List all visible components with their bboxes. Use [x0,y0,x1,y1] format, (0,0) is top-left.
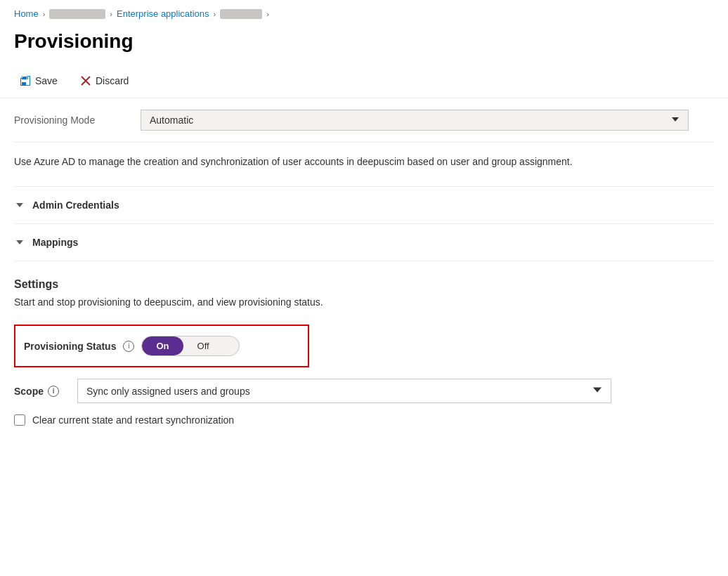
provisioning-mode-value: Automatic [150,114,193,126]
page-header: Provisioning [0,25,728,64]
restart-sync-label: Clear current state and restart synchron… [32,414,234,426]
provisioning-status-toggle[interactable]: On Off [141,336,240,356]
save-button[interactable]: Save [14,72,63,89]
provisioning-mode-label: Provisioning Mode [14,114,126,126]
admin-credentials-header[interactable]: Admin Credentials [14,187,714,223]
breadcrumb: Home › › Enterprise applications › › [0,0,728,25]
scope-row: Scope i Sync only assigned users and gro… [14,379,714,403]
scope-dropdown[interactable]: Sync only assigned users and groups [77,379,611,403]
breadcrumb-home[interactable]: Home [14,8,39,19]
provisioning-mode-chevron [671,114,680,126]
breadcrumb-sep-4: › [266,10,269,18]
provisioning-description: Use Azure AD to manage the creation and … [14,143,714,187]
content-area: Provisioning Mode Automatic Use Azure AD… [0,98,728,437]
page-title: Provisioning [14,30,714,53]
breadcrumb-sep-1: › [43,10,46,18]
scope-label: Scope i [14,386,70,397]
breadcrumb-sep-3: › [214,10,216,18]
settings-description: Start and stop provisioning to deepuscim… [14,296,714,308]
mappings-chevron-icon [14,237,25,248]
save-icon [20,75,31,86]
mappings-section: Mappings [14,224,714,261]
scope-info-icon[interactable]: i [48,386,59,397]
save-label: Save [35,75,58,86]
mappings-label: Mappings [32,237,78,248]
admin-credentials-chevron-icon [14,199,25,211]
provisioning-status-label: Provisioning Status [24,341,116,352]
discard-button[interactable]: Discard [74,72,134,89]
breadcrumb-enterprise-apps[interactable]: Enterprise applications [117,8,209,19]
provisioning-status-row: Provisioning Status i On Off [14,325,309,367]
provisioning-status-info-icon[interactable]: i [123,341,134,352]
provisioning-mode-dropdown[interactable]: Automatic [141,110,689,131]
toggle-on-label: On [142,336,183,355]
admin-credentials-label: Admin Credentials [32,199,119,211]
breadcrumb-item-2 [220,9,262,19]
restart-sync-checkbox[interactable] [14,414,25,426]
admin-credentials-section: Admin Credentials [14,187,714,224]
toolbar: Save Discard [0,64,728,98]
scope-value: Sync only assigned users and groups [86,386,250,397]
breadcrumb-sep-2: › [110,10,112,18]
breadcrumb-item-1 [49,9,105,19]
provisioning-mode-row: Provisioning Mode Automatic [14,98,714,143]
settings-title: Settings [14,278,714,291]
scope-chevron-icon [592,385,602,397]
discard-icon [80,75,91,86]
description-text: Use Azure AD to manage the creation and … [14,156,573,167]
settings-section: Settings Start and stop provisioning to … [14,261,714,437]
checkbox-row: Clear current state and restart synchron… [14,414,714,426]
toggle-off-label: Off [183,336,223,355]
discard-label: Discard [96,75,129,86]
mappings-header[interactable]: Mappings [14,224,714,261]
